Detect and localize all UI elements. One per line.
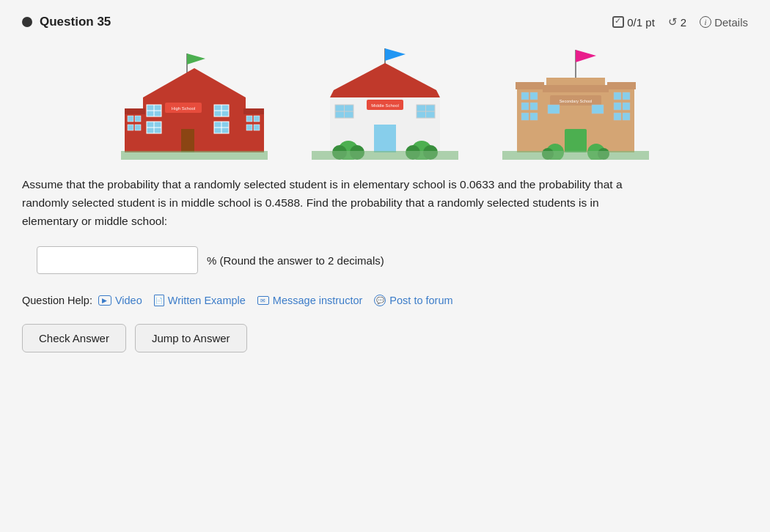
svg-rect-74 bbox=[614, 103, 621, 110]
svg-rect-58 bbox=[517, 86, 543, 152]
message-instructor-link[interactable]: ✉ Message instructor bbox=[257, 295, 363, 306]
forum-icon: 💬 bbox=[374, 295, 386, 306]
video-label: Video bbox=[115, 295, 142, 306]
svg-rect-72 bbox=[614, 92, 621, 100]
svg-marker-57 bbox=[539, 85, 612, 92]
svg-rect-6 bbox=[181, 129, 194, 152]
score-value: 0/1 pt bbox=[627, 16, 655, 29]
svg-rect-29 bbox=[246, 125, 252, 130]
svg-rect-73 bbox=[623, 92, 630, 100]
svg-marker-35 bbox=[330, 90, 440, 97]
retries-value: 2 bbox=[681, 16, 686, 29]
svg-rect-26 bbox=[135, 125, 141, 130]
answer-row: % (Round the answer to 2 decimals) bbox=[37, 246, 748, 274]
question-title: Question 35 bbox=[40, 15, 111, 29]
svg-rect-71 bbox=[530, 113, 538, 120]
svg-rect-27 bbox=[246, 116, 252, 122]
score-display: 0/1 pt bbox=[612, 16, 655, 29]
svg-rect-77 bbox=[623, 113, 630, 120]
help-row: Question Help: ▶ Video 📄 Written Example… bbox=[22, 295, 748, 306]
question-text: Assume that the probability that a rando… bbox=[22, 176, 623, 230]
illustrations-area: High School bbox=[22, 43, 748, 160]
svg-rect-65 bbox=[565, 129, 587, 152]
details-label: Details bbox=[714, 16, 748, 29]
svg-rect-70 bbox=[521, 113, 529, 120]
svg-marker-55 bbox=[576, 50, 596, 62]
svg-marker-2 bbox=[143, 68, 246, 97]
header-right: 0/1 pt ↺ 2 i Details bbox=[612, 15, 748, 29]
svg-rect-59 bbox=[609, 86, 634, 152]
doc-icon: 📄 bbox=[154, 295, 164, 306]
svg-rect-53 bbox=[312, 151, 458, 160]
post-forum-link[interactable]: 💬 Post to forum bbox=[374, 295, 452, 306]
elementary-school-illustration: High School bbox=[121, 43, 268, 160]
svg-rect-20 bbox=[125, 108, 145, 114]
video-link[interactable]: ▶ Video bbox=[98, 295, 142, 306]
svg-rect-23 bbox=[128, 116, 133, 122]
retry-icon: ↺ bbox=[668, 15, 678, 29]
mail-icon: ✉ bbox=[257, 296, 269, 305]
svg-rect-66 bbox=[521, 92, 529, 100]
svg-text:Middle School: Middle School bbox=[371, 103, 399, 108]
svg-rect-76 bbox=[614, 113, 621, 120]
svg-rect-69 bbox=[530, 103, 538, 110]
info-icon: i bbox=[700, 16, 711, 28]
svg-rect-40 bbox=[374, 136, 396, 152]
svg-text:High School: High School bbox=[172, 106, 195, 111]
svg-rect-30 bbox=[254, 125, 260, 130]
retries-display: ↺ 2 bbox=[668, 15, 686, 29]
help-label: Question Help: bbox=[22, 295, 92, 306]
message-label: Message instructor bbox=[273, 295, 363, 306]
svg-rect-24 bbox=[135, 116, 141, 122]
svg-rect-78 bbox=[548, 105, 560, 114]
svg-rect-31 bbox=[121, 151, 268, 160]
buttons-row: Check Answer Jump to Answer bbox=[22, 324, 748, 352]
svg-marker-34 bbox=[334, 63, 436, 90]
svg-text:Secondary School: Secondary School bbox=[560, 99, 593, 103]
svg-rect-28 bbox=[254, 116, 260, 122]
answer-input[interactable] bbox=[37, 246, 198, 274]
status-dot bbox=[22, 17, 32, 27]
forum-label: Post to forum bbox=[389, 295, 452, 306]
answer-suffix: % (Round the answer to 2 decimals) bbox=[207, 254, 384, 267]
jump-to-answer-button[interactable]: Jump to Answer bbox=[135, 324, 247, 352]
svg-rect-67 bbox=[530, 92, 538, 100]
svg-rect-61 bbox=[607, 82, 636, 89]
svg-rect-84 bbox=[502, 151, 649, 160]
svg-rect-60 bbox=[516, 82, 544, 89]
written-example-label: Written Example bbox=[168, 295, 246, 306]
check-answer-button[interactable]: Check Answer bbox=[22, 324, 126, 352]
svg-rect-68 bbox=[521, 103, 529, 110]
video-icon: ▶ bbox=[98, 295, 111, 306]
svg-rect-79 bbox=[592, 105, 604, 114]
secondary-school-illustration: Secondary School bbox=[502, 43, 649, 160]
details-link[interactable]: i Details bbox=[700, 16, 748, 29]
question-label: Question 35 bbox=[22, 15, 111, 29]
header-row: Question 35 0/1 pt ↺ 2 i Details bbox=[22, 15, 748, 29]
svg-marker-33 bbox=[385, 48, 406, 61]
svg-marker-1 bbox=[187, 53, 205, 64]
svg-rect-56 bbox=[546, 78, 605, 85]
written-example-link[interactable]: 📄 Written Example bbox=[154, 295, 246, 306]
score-icon bbox=[612, 16, 624, 28]
question-card: Question 35 0/1 pt ↺ 2 i Details bbox=[0, 0, 770, 532]
svg-rect-75 bbox=[623, 103, 630, 110]
middle-school-illustration: Middle School bbox=[312, 43, 458, 160]
svg-rect-22 bbox=[243, 108, 264, 114]
svg-rect-25 bbox=[128, 125, 133, 130]
